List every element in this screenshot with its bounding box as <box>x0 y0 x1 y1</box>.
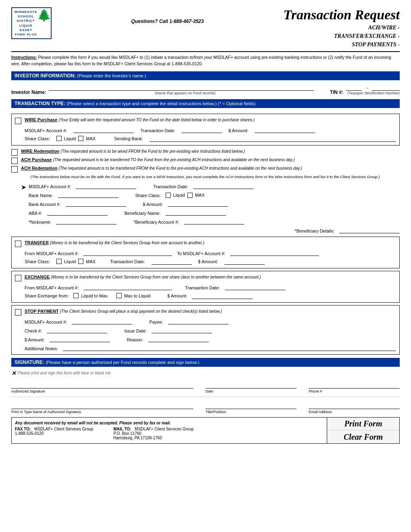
exchange-liquid-to-max-checkbox[interactable] <box>73 293 79 298</box>
wp-share-class-label: Share Class: <box>25 136 50 141</box>
ach-purchase-title: ACH Purchase <box>21 157 52 162</box>
ach-share-class-label: Share Class: <box>135 193 161 198</box>
ach-max-checkbox[interactable] <box>187 193 193 198</box>
fax-number: 1-888-535-0120 <box>15 431 44 436</box>
transfer-amount-field[interactable] <box>224 258 265 265</box>
wp-amount-field[interactable] <box>255 127 315 133</box>
transfer-checkbox[interactable] <box>15 241 21 247</box>
print-name-field[interactable] <box>11 400 193 409</box>
sp-account-label: MSDLAF+ Account #: <box>25 320 67 324</box>
transfer-date-label: Transaction Date: <box>110 259 145 264</box>
ach-aba-field[interactable] <box>47 209 108 216</box>
date-label: Date <box>206 389 297 393</box>
sp-check-field[interactable] <box>47 327 107 333</box>
wp-account-field[interactable] <box>73 127 134 133</box>
tin-sublabel: (Taxpayer Identification Number) <box>346 91 400 95</box>
wp-liquid-checkbox[interactable] <box>56 136 62 141</box>
transfer-desc: (Money is to be transferred by the Clien… <box>50 241 204 245</box>
footer: Any document received by email will not … <box>11 417 400 444</box>
transfer-liquid-checkbox[interactable] <box>56 259 62 264</box>
ach-beneficiary-account-field[interactable] <box>184 218 244 224</box>
transfer-max-label: MAX <box>86 259 95 264</box>
ach-purchase-checkbox[interactable] <box>11 158 18 164</box>
wp-account-label: MSDLAF+ Account #: <box>25 128 67 133</box>
transfer-from-field[interactable] <box>83 249 172 256</box>
ach-bank-name-field[interactable] <box>58 191 118 198</box>
ach-nickname-field[interactable] <box>56 218 116 224</box>
wp-max-checkbox[interactable] <box>78 136 83 141</box>
stop-payment-checkbox[interactable] <box>15 309 21 316</box>
ach-liquid-checkbox[interactable] <box>166 193 171 198</box>
transfer-date-field[interactable] <box>152 258 192 265</box>
wp-sending-bank-field[interactable] <box>149 135 396 142</box>
phone-field[interactable] <box>309 380 400 389</box>
exchange-max-to-liquid-checkbox[interactable] <box>116 293 122 298</box>
sp-issue-date-field[interactable] <box>152 327 212 333</box>
clear-form-button[interactable]: Clear Form <box>327 430 399 443</box>
signature-header: SIGNATURE: (Please have a person authori… <box>11 358 400 367</box>
ach-note: (The instructions below must be on file … <box>31 174 400 179</box>
stop-payment-block: STOP PAYMENT (The Client Services Group … <box>11 305 400 355</box>
transfer-max-checkbox[interactable] <box>78 259 83 264</box>
sp-reason-field[interactable] <box>148 336 209 342</box>
transfer-block: TRANSFER (Money is to be transferred by … <box>11 237 400 268</box>
ach-beneficiary-account-label: *Beneficiary Account #: <box>133 220 179 224</box>
exchange-block: EXCHANGE (Money is to be transferred by … <box>11 271 400 303</box>
ach-bank-account-label: Bank Account #: <box>29 202 61 207</box>
exchange-title: EXCHANGE <box>25 274 50 279</box>
transfer-to-label: To MSDLAF+ Account #: <box>177 251 225 256</box>
wp-transaction-date-field[interactable] <box>182 127 222 133</box>
x-mark-icon: ✕ <box>11 370 16 376</box>
exchange-from-field[interactable] <box>83 284 172 290</box>
sp-notes-label: Additional Notes: <box>25 346 58 351</box>
ach-transaction-date-field[interactable] <box>193 183 253 189</box>
sp-payee-field[interactable] <box>168 318 228 324</box>
wp-transaction-date-label: Transaction Date: <box>140 128 175 133</box>
ach-bank-account-field[interactable] <box>66 200 126 207</box>
ach-beneficiary-details-field[interactable] <box>339 227 400 233</box>
exchange-amount-field[interactable] <box>192 293 253 299</box>
exchange-from-label: From MSDLAF+ Account #: <box>25 285 79 290</box>
sp-reason-label: Reason: <box>127 337 143 342</box>
title-field[interactable] <box>206 400 297 409</box>
sp-notes-field[interactable] <box>63 345 396 351</box>
authorized-signature-field[interactable] <box>11 380 193 389</box>
subtitle-lines: ACH/WIRE - TRANSFER/EXCHANGE - STOP PAYM… <box>283 23 400 49</box>
print-name-label: Print or Type Name of Authorized Signato… <box>11 410 193 414</box>
wire-redemption-checkbox[interactable] <box>11 149 18 156</box>
wire-purchase-title: WIRE Purchase <box>25 117 57 122</box>
transfer-to-field[interactable] <box>230 249 319 256</box>
ach-beneficiary-name-field[interactable] <box>166 209 226 216</box>
wp-sending-bank-label: Sending Bank: <box>114 136 143 141</box>
instructions: Instructions: Please complete this form … <box>11 54 400 67</box>
footer-warning: Any document received by email will not … <box>15 421 324 425</box>
mail-address2: Harrisburg, PA 17108-1760 <box>114 436 162 440</box>
ach-account-field[interactable] <box>76 183 136 189</box>
wp-max-label: MAX <box>86 136 95 141</box>
sp-amount-field[interactable] <box>50 336 110 342</box>
email-field[interactable] <box>309 400 400 409</box>
date-field[interactable] <box>206 380 297 389</box>
mail-label: MAIL TO: <box>114 427 131 431</box>
email-label: Email Address <box>309 410 400 414</box>
authorized-signature-label: Authorized Signature <box>11 389 193 393</box>
ach-redemption-checkbox[interactable] <box>11 166 18 172</box>
wire-purchase-checkbox[interactable] <box>15 118 21 124</box>
exchange-checkbox[interactable] <box>15 275 21 281</box>
logo-line3: LIQUID ASSET <box>15 23 37 32</box>
exchange-date-field[interactable] <box>225 284 285 290</box>
exchange-date-label: Transaction Date: <box>185 285 220 290</box>
ach-liquid-label: Liquid <box>173 193 185 197</box>
investor-info-header: INVESTOR INFORMATION: (Please enter the … <box>11 71 400 80</box>
ach-amount-field[interactable] <box>168 200 228 207</box>
tin-field1[interactable] <box>346 83 362 91</box>
sp-account-field[interactable] <box>72 318 132 324</box>
investor-name-field[interactable] <box>49 83 314 91</box>
tin-field2[interactable] <box>372 83 400 91</box>
logo-line4: FUND PLUS <box>15 32 37 37</box>
ach-purchase-row: ACH Purchase (The requested amount is to… <box>11 157 400 164</box>
print-form-button[interactable]: Print Form <box>327 418 399 431</box>
ach-purchase-desc: (The requested amount is to be transferr… <box>53 158 295 162</box>
sp-amount-label: $ Amount: <box>25 337 45 342</box>
title-label: Title/Position <box>206 410 297 414</box>
